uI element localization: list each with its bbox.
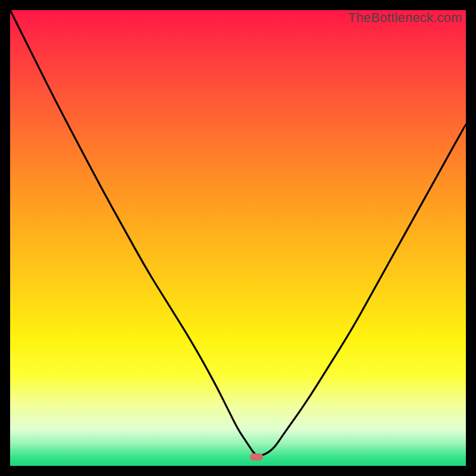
plot-area: TheBottleneck.com bbox=[10, 10, 466, 466]
minimum-marker bbox=[250, 453, 263, 461]
chart-frame: TheBottleneck.com bbox=[0, 0, 476, 476]
curve-path bbox=[10, 10, 466, 456]
bottleneck-curve bbox=[10, 10, 466, 466]
